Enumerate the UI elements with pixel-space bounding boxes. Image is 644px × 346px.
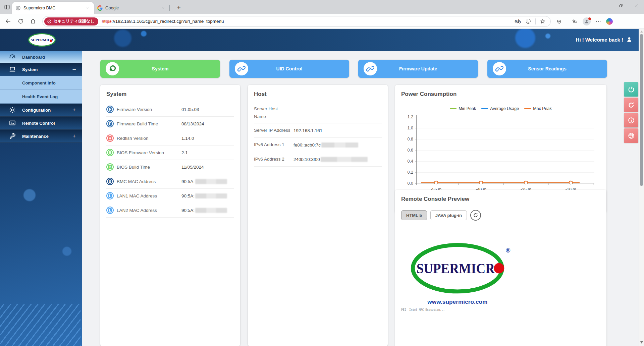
row-label: Firmware Build Time [117, 121, 158, 126]
reload-button[interactable] [15, 16, 26, 27]
quick-button-sensor-readings[interactable]: Sensor Readings [487, 60, 607, 78]
divider [535, 18, 536, 24]
page-scrollbar[interactable] [639, 29, 644, 346]
svg-text:SUPERMICR: SUPERMICR [417, 261, 495, 276]
svg-text:0.6: 0.6 [408, 148, 413, 153]
sidebar-menu: DashboardSystem–Component InfoHealth Eve… [0, 51, 82, 143]
feedback-smiley-icon[interactable] [525, 18, 532, 25]
sidebar-item-maintenance[interactable]: Maintenance+ [0, 130, 82, 143]
svg-text:1.2: 1.2 [408, 115, 413, 119]
row-value: 192.168.1.161 [293, 128, 322, 133]
row-value: 1.14.0 [181, 136, 194, 141]
row-value: 90:5A: [181, 193, 227, 198]
legend-item: Min Peak [450, 106, 476, 111]
browser-window: Supermicro BMCGoogle + セキュリティ保護なし https:… [0, 0, 644, 346]
row-label: BMC MAC Address [117, 179, 156, 184]
new-tab-button[interactable]: + [174, 3, 183, 12]
info-fab-button[interactable] [624, 113, 638, 127]
row-value: fe80::acb0:7c [293, 142, 358, 148]
quick-button-uid-control[interactable]: UID Control [229, 60, 349, 78]
tab-title: Google [105, 6, 160, 10]
power-fab-button[interactable] [624, 82, 638, 97]
svg-text:0.2: 0.2 [408, 170, 413, 175]
sidebar-item-remote-control[interactable]: Remote Control [0, 117, 82, 130]
browser-essentials-icon[interactable] [556, 18, 562, 25]
power-consumption-chart: 0.00.20.40.60.81.01.2-55 m-40 m-25 m-10 … [398, 113, 604, 198]
favorites-bar-icon[interactable] [572, 18, 578, 25]
translate-icon[interactable]: aあ [515, 18, 521, 25]
browser-toolbar: セキュリティ保護なし https://192.168.1.161/cgi/url… [0, 14, 644, 29]
letter-badge-icon: F [106, 120, 114, 127]
sidebar-item-system[interactable]: System– [0, 63, 82, 76]
refresh-fab-button[interactable] [624, 98, 638, 112]
scrollbar-down-icon[interactable] [640, 341, 643, 344]
sidebar-item-label: Dashboard [22, 55, 45, 60]
system-info-row: LLAN1 MAC Address90:5A: [106, 189, 234, 203]
decor-bubble [141, 31, 147, 37]
tab-close-icon[interactable] [160, 5, 166, 11]
browser-tab-supermicro-bmc[interactable]: Supermicro BMC [12, 2, 94, 14]
console-icon [9, 119, 16, 127]
window-minimize-button[interactable] [598, 0, 613, 11]
profile-avatar[interactable] [583, 17, 591, 25]
sidebar-item-configuration[interactable]: Configuration+ [0, 104, 82, 117]
row-value: 90:5A: [181, 208, 227, 213]
expand-icon[interactable]: + [72, 107, 76, 113]
more-menu-icon[interactable] [595, 18, 602, 25]
quick-button-firmware-update[interactable]: Firmware Update [358, 60, 478, 78]
security-badge[interactable]: セキュリティ保護なし [44, 17, 98, 25]
remote-console-card: Remote Console Preview HTML 5 JAVA plug-… [395, 190, 606, 346]
sidebar-item-dashboard[interactable]: Dashboard [0, 51, 82, 63]
favorite-star-icon[interactable] [539, 18, 546, 25]
expand-icon[interactable]: + [72, 133, 76, 139]
system-card-title: System [100, 85, 240, 98]
row-label: Server IP Address [254, 127, 290, 134]
console-refresh-button[interactable] [470, 210, 481, 221]
sidebar-item-label: Maintenance [22, 134, 49, 139]
google-g-icon [97, 5, 103, 11]
row-value: 90:5A: [181, 179, 227, 184]
home-button[interactable] [28, 16, 38, 27]
letter-badge-icon: B [106, 178, 114, 185]
browser-tab-google[interactable]: Google [94, 2, 170, 14]
tab-close-icon[interactable] [85, 5, 91, 11]
tab-workspaces-icon[interactable] [3, 3, 11, 11]
globe-icon [15, 5, 21, 11]
svg-text:0.0: 0.0 [408, 181, 413, 186]
host-info-row: Server IP Address192.168.1.161 [254, 123, 382, 138]
address-bar[interactable]: セキュリティ保護なし https://192.168.1.161/cgi/url… [42, 16, 551, 27]
tab-strip: Supermicro BMCGoogle [12, 2, 170, 14]
decor-bubble [545, 34, 550, 39]
letter-badge-icon: L [106, 192, 114, 199]
svg-text:®: ® [506, 247, 511, 254]
power-card-title: Power Consumption [395, 85, 606, 98]
link-icon [364, 62, 377, 75]
sidebar-item-health-event-log[interactable]: Health Event Log [0, 90, 82, 104]
back-button[interactable] [3, 16, 13, 27]
copilot-icon[interactable] [606, 18, 613, 25]
legend-label: Average Usage [490, 106, 519, 111]
row-label: LAN1 MAC Address [117, 193, 157, 198]
row-label: IPv6 Address 1 [254, 141, 284, 149]
gear-icon [9, 106, 16, 114]
html5-button[interactable]: HTML 5 [401, 210, 427, 220]
host-info-row: Server Host Name [254, 103, 382, 123]
collapse-icon[interactable]: – [73, 66, 76, 73]
scrollbar-thumb[interactable] [640, 34, 643, 186]
window-close-button[interactable] [629, 0, 644, 11]
globe-fab-button[interactable] [624, 128, 638, 143]
url-text: https://192.168.1.161/cgi/url_redirect.c… [102, 19, 224, 24]
sidebar-item-label: Remote Control [22, 121, 55, 126]
letter-badge-icon: R [106, 134, 114, 142]
java-plugin-button[interactable]: JAVA plug-in [430, 210, 467, 220]
system-rows: FFirmware Version01.05.03FFirmware Build… [106, 102, 234, 218]
quick-button-system[interactable]: System [100, 60, 220, 78]
user-icon[interactable] [626, 36, 633, 43]
scrollbar-up-icon[interactable] [640, 31, 643, 33]
system-info-row: BBIOS Firmware Version2.1 [106, 146, 234, 160]
window-restore-button[interactable] [613, 0, 629, 11]
decor-bubble [515, 29, 535, 48]
console-card-title: Remote Console Preview [395, 190, 606, 203]
console-buttons: HTML 5 JAVA plug-in [401, 210, 606, 221]
sidebar-item-component-info[interactable]: Component Info [0, 76, 82, 90]
